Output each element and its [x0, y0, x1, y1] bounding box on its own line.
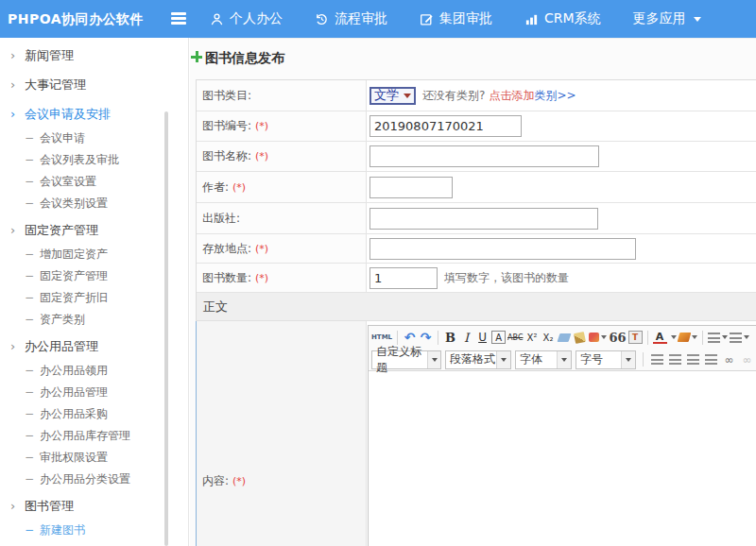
sidebar-group-news[interactable]: ›新闻管理 — [0, 42, 188, 69]
align-right-icon — [687, 354, 699, 365]
sidebar-item-asset-manage[interactable]: −固定资产管理 — [0, 265, 188, 287]
sidebar-group-meeting[interactable]: ›会议申请及安排 — [0, 100, 188, 128]
field-label: 出版社: — [202, 211, 240, 227]
clear-format-button[interactable] — [573, 329, 587, 346]
sidebar-item-meeting-apply[interactable]: −会议申请 — [0, 128, 188, 149]
toolbar-separator — [702, 331, 703, 345]
sidebar-item-supplies-purchase[interactable]: −办公用品采购 — [0, 403, 188, 425]
sidebar-scrollbar[interactable] — [164, 111, 168, 546]
char-border-button[interactable]: A — [491, 331, 506, 344]
subscript-button[interactable]: X₂ — [541, 329, 555, 346]
sidebar-item-asset-depreciation[interactable]: −固定资产折旧 — [0, 287, 188, 309]
align-left-button[interactable] — [650, 351, 664, 368]
sidebar-item-label: 会议类别设置 — [40, 196, 108, 210]
dash-icon: − — [25, 149, 34, 171]
form-row-location: 存放地点:(*) — [197, 234, 756, 264]
strikethrough-button[interactable]: ABC — [507, 329, 523, 346]
format-brush-button[interactable] — [589, 329, 607, 346]
sidebar-item-supplies-category[interactable]: −办公用品分类设置 — [0, 469, 188, 490]
select-caret-icon — [496, 351, 510, 368]
sidebar-item-supplies-claim[interactable]: −办公用品领用 — [0, 360, 188, 382]
sidebar-item-meeting-list[interactable]: −会议列表及审批 — [0, 149, 188, 171]
sidebar-item-supplies-manage[interactable]: −办公用品管理 — [0, 382, 188, 403]
menu-item-more-apps[interactable]: 更多应用 — [633, 10, 701, 27]
hamburger-menu-icon[interactable] — [171, 12, 186, 26]
top-navigation-bar: PHPOA协同办公软件 个人办公 流程审批 集团审批 CRM系统 更多应用 — [0, 0, 756, 38]
menu-item-crm-system[interactable]: CRM系统 — [524, 10, 601, 27]
field-label: 图书类目: — [202, 88, 251, 104]
sidebar-item-meeting-category[interactable]: −会议类别设置 — [0, 193, 188, 214]
field-label: 图书名称: — [202, 148, 251, 164]
paste-as-text-button[interactable]: T — [628, 331, 643, 344]
toolbar-separator — [438, 331, 438, 345]
sidebar-group-books[interactable]: ›图书管理 — [0, 492, 188, 520]
publisher-input[interactable] — [369, 208, 598, 230]
category-select[interactable]: 文学 — [369, 87, 416, 105]
add-category-link[interactable]: 点击添加 — [489, 89, 534, 102]
align-center-button[interactable] — [668, 351, 682, 368]
sidebar-item-new-book[interactable]: −新建图书 — [0, 520, 188, 541]
editor-content-area[interactable] — [369, 371, 756, 546]
align-right-button[interactable] — [686, 351, 700, 368]
sidebar-item-meeting-room[interactable]: −会议室设置 — [0, 171, 188, 193]
quantity-input[interactable] — [369, 267, 438, 289]
font-size-select[interactable]: 字号 — [576, 350, 636, 369]
sidebar-item-add-asset[interactable]: −增加固定资产 — [0, 244, 188, 265]
underline-button[interactable]: U — [475, 329, 490, 346]
unordered-list-button[interactable] — [730, 329, 749, 346]
required-marker: (*) — [255, 272, 268, 284]
select-caret-icon — [404, 94, 411, 98]
book-number-input[interactable] — [369, 115, 522, 137]
sidebar-item-asset-category[interactable]: −资产类别 — [0, 309, 188, 331]
align-justify-button[interactable] — [704, 351, 718, 368]
sidebar-item-supplies-stock[interactable]: −办公用品库存管理 — [0, 425, 188, 447]
dash-icon: − — [25, 469, 34, 490]
sidebar-item-approval-permission[interactable]: −审批权限设置 — [0, 447, 188, 469]
menu-item-group-approval[interactable]: 集团审批 — [420, 10, 492, 27]
sidebar-item-label: 固定资产折旧 — [40, 291, 108, 304]
bold-button[interactable]: B — [443, 329, 457, 346]
caret-down-icon — [671, 335, 677, 339]
italic-button[interactable]: I — [459, 329, 473, 346]
font-color-button[interactable]: A — [653, 331, 667, 344]
dash-icon: − — [25, 287, 34, 309]
remove-link-button[interactable]: ∞ — [740, 351, 754, 368]
font-family-select[interactable]: 字体 — [515, 350, 572, 369]
sidebar-item-book-manage[interactable]: −图书管理 — [0, 541, 188, 546]
highlight-color-button[interactable] — [679, 329, 697, 346]
insert-link-button[interactable]: ∞ — [722, 351, 736, 368]
dash-icon: − — [25, 425, 34, 447]
blockquote-button[interactable]: 66 — [609, 329, 626, 346]
form-row-book-number: 图书编号:(*) — [197, 111, 756, 142]
sidebar-group-label: 图书管理 — [25, 499, 74, 513]
sidebar-group-fixed-assets[interactable]: ›固定资产管理 — [0, 216, 188, 244]
toolbar-separator — [643, 352, 644, 367]
custom-heading-select[interactable]: 自定义标题 — [371, 350, 441, 369]
add-category-link-arrows[interactable]: 类别>> — [534, 89, 576, 102]
menu-item-label: 更多应用 — [633, 10, 686, 27]
dash-icon: − — [25, 193, 34, 214]
menu-item-label: 集团审批 — [439, 10, 492, 27]
menu-item-personal-office[interactable]: 个人办公 — [210, 10, 283, 27]
ordered-list-button[interactable] — [708, 329, 728, 346]
sidebar-group-label: 会议申请及安排 — [25, 107, 111, 121]
category-hint: 还没有类别? — [422, 88, 485, 104]
chevron-right-icon: › — [10, 42, 15, 69]
menu-item-process-approval[interactable]: 流程审批 — [315, 10, 387, 27]
paragraph-format-select[interactable]: 段落格式 — [445, 350, 511, 369]
dash-icon: − — [25, 541, 34, 546]
sidebar-item-label: 办公用品库存管理 — [40, 429, 130, 442]
sidebar-group-memorabilia[interactable]: ›大事记管理 — [0, 71, 188, 98]
book-name-input[interactable] — [369, 145, 599, 167]
eraser-button[interactable] — [557, 329, 571, 346]
dash-icon: − — [25, 447, 34, 469]
superscript-button[interactable]: X² — [524, 329, 539, 346]
sidebar-group-office-supplies[interactable]: ›办公用品管理 — [0, 333, 188, 360]
caret-down-icon — [692, 335, 697, 339]
form-row-category: 图书类目: 文学 还没有类别? 点击添加类别>> — [197, 80, 756, 111]
author-input[interactable] — [369, 177, 453, 198]
chevron-right-icon: › — [10, 100, 15, 128]
app-logo: PHPOA协同办公软件 — [8, 0, 144, 38]
dash-icon: − — [25, 382, 34, 403]
location-input[interactable] — [369, 238, 636, 260]
